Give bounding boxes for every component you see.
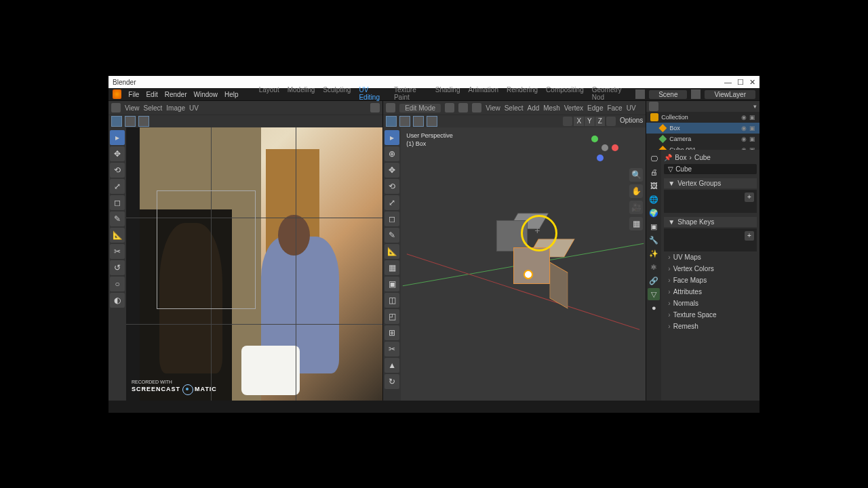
nav-gizmo[interactable] [590, 133, 620, 163]
render-icon[interactable]: ▣ [749, 125, 755, 131]
menu-file[interactable]: File [128, 91, 139, 98]
close-icon[interactable]: ✕ [749, 78, 755, 87]
menu-render[interactable]: Render [165, 91, 187, 98]
menu-help[interactable]: Help [224, 91, 239, 98]
tab-data[interactable]: ▽ [648, 288, 660, 300]
gizmo-axis-x[interactable] [612, 144, 618, 151]
tab-shading[interactable]: Shading [435, 86, 460, 102]
section-remesh[interactable]: Remesh [664, 321, 757, 332]
menu-edit[interactable]: Edit [146, 91, 157, 98]
tool-select-box[interactable]: ▸ [384, 130, 399, 145]
section-vertex-colors[interactable]: Vertex Colors [664, 263, 757, 274]
tool-cursor-3d[interactable]: ⊕ [384, 146, 399, 161]
tab-viewlayer[interactable]: 🖼 [648, 180, 660, 192]
outliner-type-icon[interactable] [649, 102, 658, 111]
tab-physics[interactable]: ⚛ [648, 261, 660, 273]
select-mode-vert-icon[interactable] [445, 103, 454, 113]
vp-snap-button[interactable] [413, 116, 424, 127]
add-button[interactable]: + [745, 192, 754, 202]
tool-extrude[interactable]: ▣ [384, 277, 399, 291]
tab-output[interactable]: 🖨 [648, 166, 660, 178]
tool-grab[interactable]: ↺ [110, 260, 125, 275]
tab-compositing[interactable]: Compositing [546, 86, 584, 102]
add-button[interactable]: + [745, 231, 754, 241]
tool-scale-3d[interactable]: ⤢ [384, 195, 399, 210]
breadcrumb-object[interactable]: Box [675, 154, 686, 161]
tool-spin[interactable]: ↻ [384, 374, 399, 389]
tool-rip[interactable]: ✂ [110, 244, 125, 259]
shape-keys-list[interactable]: + [664, 228, 757, 251]
vp-menu-vertex[interactable]: Vertex [564, 104, 583, 112]
minimize-icon[interactable]: — [724, 78, 732, 87]
render-icon[interactable]: ▣ [749, 114, 755, 121]
tool-relax[interactable]: ○ [110, 277, 125, 291]
mesh-name-field[interactable]: ▽ Cube [664, 164, 757, 174]
pin-icon[interactable]: 📌 [664, 154, 672, 161]
uv-menu-select[interactable]: Select [144, 104, 163, 112]
tab-sculpting[interactable]: Sculpting [323, 86, 351, 102]
ortho-icon[interactable]: ▦ [629, 217, 643, 230]
outliner-collection[interactable]: Collection ◉▣ [646, 112, 760, 123]
vp-menu-uv[interactable]: UV [627, 104, 636, 112]
tool-polybuild[interactable]: ▲ [384, 358, 399, 373]
tab-texture-paint[interactable]: Texture Paint [394, 86, 427, 102]
tab-layout[interactable]: Layout [259, 86, 279, 102]
tool-rotate[interactable]: ⟲ [110, 163, 125, 178]
tab-animation[interactable]: Animation [468, 86, 498, 102]
mirror-z[interactable]: Z [595, 117, 605, 126]
gizmo-center[interactable] [601, 144, 608, 151]
tool-measure-3d[interactable]: 📐 [384, 244, 399, 259]
tab-scene[interactable]: 🌐 [648, 193, 660, 205]
section-attributes[interactable]: Attributes [664, 286, 757, 298]
tool-move[interactable]: ✥ [110, 146, 125, 161]
tab-material[interactable]: ● [648, 302, 660, 314]
select-mode-edge-icon[interactable] [458, 103, 468, 113]
select-mode-face-icon[interactable] [472, 103, 481, 113]
editor-type-icon[interactable] [386, 103, 395, 113]
uv-image-area[interactable]: RECORDED WITH SCREENCAST MATIC [126, 127, 382, 401]
tab-modeling[interactable]: Modeling [288, 86, 315, 102]
uv-selection-box[interactable] [157, 190, 256, 309]
mesh-object-box[interactable] [513, 247, 554, 288]
tab-object[interactable]: ▣ [648, 220, 660, 232]
tool-rotate-3d[interactable]: ⟲ [384, 179, 399, 194]
tool-bevel[interactable]: ◰ [384, 309, 399, 324]
gizmo-axis-y[interactable] [591, 136, 598, 142]
viewlayer-icon[interactable] [691, 89, 701, 99]
tool-measure[interactable]: 📐 [110, 228, 125, 243]
tab-modifiers[interactable]: 🔧 [648, 234, 660, 246]
outliner-item-box[interactable]: Box ◉▣ [646, 123, 760, 134]
vp-pivot-button[interactable] [399, 116, 410, 127]
tab-constraints[interactable]: 🔗 [648, 274, 660, 287]
tool-knife[interactable]: ✂ [384, 342, 399, 357]
visibility-icon[interactable]: ◉ [741, 125, 747, 131]
outliner-item-cube001[interactable]: Cube.001 ◉▣ [646, 144, 760, 150]
breadcrumb-data[interactable]: Cube [694, 154, 711, 161]
tool-annotate-3d[interactable]: ✎ [384, 228, 399, 243]
camera-icon[interactable]: 🎥 [629, 201, 643, 214]
section-uv-maps[interactable]: UV Maps [664, 251, 757, 263]
filter-icon[interactable]: ▾ [753, 103, 757, 110]
tool-annotate[interactable]: ✎ [110, 211, 125, 226]
mode-dropdown[interactable]: Edit Mode [399, 104, 441, 113]
vp-menu-select[interactable]: Select [505, 104, 524, 112]
mirror-x[interactable]: X [574, 117, 584, 126]
scene-icon[interactable] [635, 89, 645, 99]
maximize-icon[interactable]: ☐ [737, 78, 744, 87]
tool-transform-3d[interactable]: ◻ [384, 211, 399, 226]
vp-orientation-button[interactable] [386, 116, 397, 127]
outliner-item-camera[interactable]: Camera ◉▣ [646, 134, 760, 144]
scene-name[interactable]: Scene [649, 90, 687, 99]
vertex-groups-list[interactable]: + [664, 190, 757, 213]
tool-pinch[interactable]: ◐ [110, 293, 125, 308]
vp-proportional-button[interactable] [427, 116, 437, 127]
tool-move-3d[interactable]: ✥ [384, 163, 399, 178]
blender-logo-icon[interactable] [113, 89, 121, 99]
tool-transform[interactable]: ◻ [110, 195, 125, 210]
section-face-maps[interactable]: Face Maps [664, 274, 757, 286]
render-icon[interactable]: ▣ [749, 136, 755, 142]
uv-menu-view[interactable]: View [125, 104, 140, 112]
visibility-icon[interactable]: ◉ [741, 136, 747, 142]
uv-snap-icon[interactable] [370, 103, 380, 113]
tool-cursor[interactable]: ▸ [110, 130, 125, 145]
